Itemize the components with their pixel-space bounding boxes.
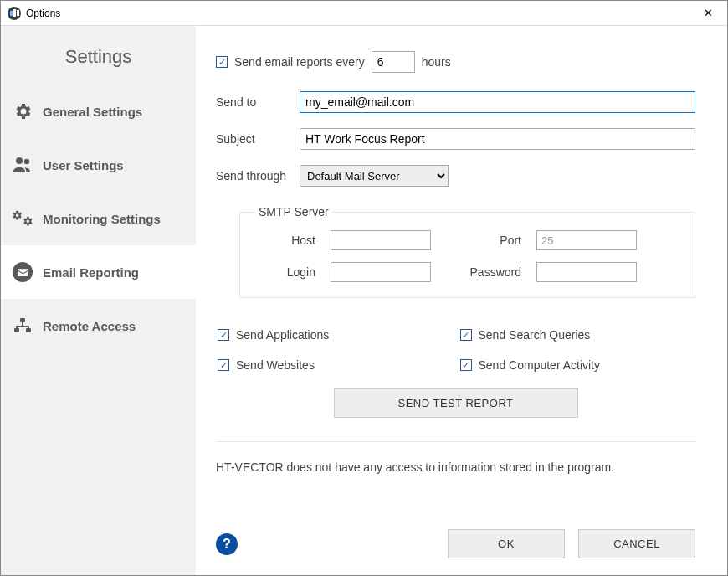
smtp-port-label: Port (446, 234, 521, 247)
sidebar-item-email[interactable]: Email Reporting (1, 245, 196, 299)
svg-point-0 (16, 157, 23, 164)
sidebar-label: General Settings (43, 105, 142, 119)
send-websites-checkbox[interactable]: ✓ (218, 359, 229, 371)
subject-input[interactable] (300, 128, 695, 150)
sidebar-label: User Settings (43, 158, 124, 172)
smtp-fieldset: SMTP Server Host Port Login Password (239, 205, 695, 298)
smtp-port-input[interactable] (536, 230, 637, 250)
send-activity-checkbox[interactable]: ✓ (460, 359, 472, 371)
send-queries-label: Send Search Queries (479, 328, 591, 342)
sidebar-item-monitoring[interactable]: Monitoring Settings (1, 192, 196, 245)
send-through-select[interactable]: Default Mail Server (300, 165, 449, 187)
send-every-label-post: hours (422, 55, 451, 69)
sidebar-item-general[interactable]: General Settings (1, 85, 196, 138)
smtp-password-input[interactable] (536, 262, 637, 282)
svg-rect-2 (20, 318, 25, 322)
send-queries-checkbox[interactable]: ✓ (460, 329, 472, 341)
svg-rect-4 (26, 328, 31, 332)
users-icon (13, 155, 33, 175)
subject-label: Subject (216, 132, 300, 146)
main-panel: ✓ Send email reports every hours Send to… (196, 26, 727, 575)
sidebar-title: Settings (1, 26, 196, 85)
cancel-button[interactable]: CANCEL (578, 529, 695, 558)
sidebar-item-user[interactable]: User Settings (1, 138, 196, 192)
send-every-checkbox[interactable]: ✓ (216, 56, 228, 68)
smtp-host-input[interactable] (331, 230, 431, 250)
smtp-host-label: Host (255, 234, 315, 247)
send-to-input[interactable] (300, 91, 695, 113)
hours-input[interactable] (372, 51, 415, 73)
sidebar-label: Monitoring Settings (43, 212, 161, 226)
send-websites-label: Send Websites (236, 358, 315, 372)
monitoring-gears-icon (13, 208, 33, 229)
ok-button[interactable]: OK (448, 529, 565, 558)
send-apps-label: Send Applications (236, 328, 329, 342)
disclaimer-text: HT-VECTOR does not have any access to in… (216, 441, 695, 474)
send-test-report-button[interactable]: SEND TEST REPORT (334, 388, 578, 418)
smtp-password-label: Password (446, 265, 521, 279)
sidebar-label: Remote Access (43, 319, 136, 333)
send-to-label: Send to (216, 95, 300, 109)
close-button[interactable]: ✕ (690, 1, 727, 26)
help-icon[interactable]: ? (216, 533, 238, 555)
gear-icon (13, 101, 33, 121)
title-bar: Options ✕ (1, 1, 727, 26)
sidebar: Settings General Settings User Settings … (1, 26, 196, 575)
sidebar-label: Email Reporting (43, 265, 139, 280)
smtp-login-label: Login (255, 265, 315, 279)
svg-point-1 (24, 159, 29, 164)
remote-access-icon (13, 316, 33, 336)
send-every-label-pre: Send email reports every (234, 55, 365, 69)
svg-rect-3 (14, 328, 19, 332)
send-every-row: ✓ Send email reports every hours (216, 51, 695, 73)
send-activity-label: Send Computer Activity (479, 358, 601, 372)
email-icon (13, 262, 33, 282)
sidebar-item-remote[interactable]: Remote Access (1, 299, 196, 352)
smtp-login-input[interactable] (331, 262, 431, 282)
window-title: Options (26, 8, 60, 19)
send-apps-checkbox[interactable]: ✓ (218, 329, 229, 341)
smtp-legend: SMTP Server (255, 205, 332, 219)
send-through-label: Send through (216, 169, 300, 183)
app-icon (8, 7, 21, 20)
